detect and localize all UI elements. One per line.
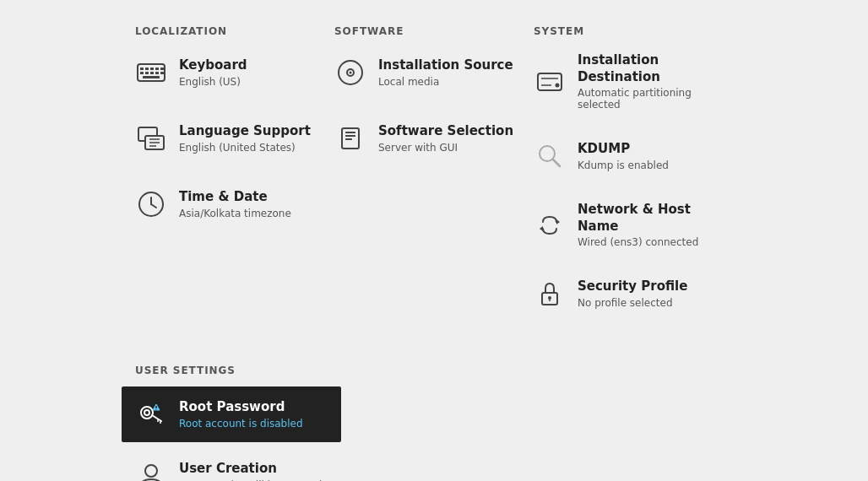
software-column: SOFTWARE Installation Source Local media <box>334 25 534 339</box>
svg-rect-9 <box>160 72 164 74</box>
key-icon <box>135 398 167 430</box>
svg-rect-3 <box>150 68 154 70</box>
svg-rect-27 <box>538 73 561 90</box>
svg-marker-34 <box>540 226 543 231</box>
svg-rect-6 <box>145 72 149 74</box>
network-hostname-text: Network & Host Name Wired (ens3) connect… <box>578 202 733 248</box>
keyboard-sublabel: English (US) <box>179 76 247 88</box>
svg-marker-33 <box>556 219 560 224</box>
svg-rect-4 <box>155 68 159 70</box>
network-icon <box>534 209 566 241</box>
software-title: SOFTWARE <box>334 25 534 37</box>
network-hostname-label: Network & Host Name <box>578 202 733 235</box>
language-support-label: Language Support <box>179 123 311 140</box>
svg-line-19 <box>151 204 156 208</box>
installation-destination-label: Installation Destination <box>578 52 733 85</box>
installation-source-item[interactable]: Installation Source Local media <box>334 52 534 93</box>
svg-rect-2 <box>145 68 149 70</box>
installation-source-text: Installation Source Local media <box>378 57 513 88</box>
network-hostname-sublabel: Wired (ens3) connected <box>578 236 733 248</box>
svg-rect-11 <box>143 76 160 78</box>
svg-rect-8 <box>155 72 159 74</box>
system-title: SYSTEM <box>534 25 733 37</box>
user-creation-item[interactable]: User Creation User tecmint will be creat… <box>135 456 733 481</box>
network-hostname-item[interactable]: Network & Host Name Wired (ens3) connect… <box>534 202 733 248</box>
svg-point-45 <box>155 409 156 410</box>
root-password-item[interactable]: Root Password Root account is disabled <box>122 386 341 442</box>
svg-line-32 <box>553 159 560 166</box>
language-support-text: Language Support English (United States) <box>179 123 311 154</box>
kdump-sublabel: Kdump is enabled <box>578 159 669 171</box>
user-creation-text: User Creation User tecmint will be creat… <box>179 461 322 481</box>
disc-icon <box>334 57 366 89</box>
installation-source-label: Installation Source <box>378 57 513 74</box>
keyboard-item[interactable]: Keyboard English (US) <box>135 52 334 93</box>
software-selection-text: Software Selection Server with GUI <box>378 123 513 154</box>
svg-point-22 <box>350 72 352 74</box>
svg-rect-26 <box>345 138 352 140</box>
keyboard-icon <box>135 57 167 89</box>
system-column: SYSTEM Installation Destination Automati… <box>534 25 733 339</box>
keyboard-label: Keyboard <box>179 57 247 74</box>
svg-line-40 <box>152 415 161 421</box>
security-profile-text: Security Profile No profile selected <box>578 278 687 309</box>
time-date-item[interactable]: Time & Date Asia/Kolkata timezone <box>135 184 334 224</box>
language-support-item[interactable]: Language Support English (United States) <box>135 118 334 159</box>
installation-source-sublabel: Local media <box>378 76 513 88</box>
svg-point-28 <box>556 83 560 87</box>
svg-point-39 <box>144 410 149 415</box>
svg-rect-7 <box>150 72 154 74</box>
security-profile-item[interactable]: Security Profile No profile selected <box>534 273 733 314</box>
software-selection-label: Software Selection <box>378 123 513 140</box>
keyboard-text: Keyboard English (US) <box>179 57 247 88</box>
user-settings-title: USER SETTINGS <box>135 365 733 376</box>
localization-column: LOCALIZATION <box>135 25 334 339</box>
svg-rect-24 <box>345 132 355 133</box>
main-page: LOCALIZATION <box>0 0 868 481</box>
svg-rect-5 <box>140 72 144 74</box>
language-support-sublabel: English (United States) <box>179 142 311 154</box>
lock-icon <box>534 278 566 310</box>
security-profile-sublabel: No profile selected <box>578 297 687 309</box>
user-settings-section: USER SETTINGS Root Pa <box>0 339 868 481</box>
svg-rect-10 <box>160 68 164 70</box>
svg-rect-25 <box>345 135 355 137</box>
security-profile-label: Security Profile <box>578 278 687 295</box>
root-password-sublabel: Root account is disabled <box>179 418 303 430</box>
hdd-icon <box>534 66 566 98</box>
time-date-sublabel: Asia/Kolkata timezone <box>179 208 291 219</box>
kdump-item[interactable]: KDUMP Kdump is enabled <box>534 136 733 176</box>
root-password-text: Root Password Root account is disabled <box>179 399 303 430</box>
search-icon <box>534 140 566 172</box>
software-selection-item[interactable]: Software Selection Server with GUI <box>334 118 534 159</box>
user-creation-label: User Creation <box>179 461 322 478</box>
time-date-text: Time & Date Asia/Kolkata timezone <box>179 189 291 219</box>
user-icon <box>135 460 167 481</box>
main-content: LOCALIZATION <box>0 0 868 339</box>
software-icon <box>334 122 366 154</box>
software-selection-sublabel: Server with GUI <box>378 142 513 154</box>
svg-point-38 <box>141 407 153 419</box>
time-date-label: Time & Date <box>179 189 291 206</box>
installation-destination-text: Installation Destination Automatic parti… <box>578 52 733 111</box>
installation-destination-item[interactable]: Installation Destination Automatic parti… <box>534 52 733 111</box>
kdump-label: KDUMP <box>578 141 669 158</box>
svg-point-46 <box>145 465 157 477</box>
clock-icon <box>135 188 167 220</box>
language-icon <box>135 122 167 154</box>
localization-title: LOCALIZATION <box>135 25 334 37</box>
svg-rect-1 <box>140 68 144 70</box>
root-password-label: Root Password <box>179 399 303 416</box>
installation-destination-sublabel: Automatic partitioning selected <box>578 87 733 111</box>
kdump-text: KDUMP Kdump is enabled <box>578 141 669 171</box>
